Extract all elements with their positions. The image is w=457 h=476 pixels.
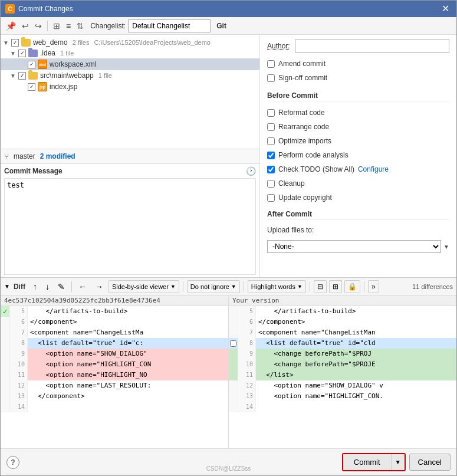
- left-linenum-11: 11: [10, 370, 28, 380]
- right-file-header: Your version: [229, 296, 456, 306]
- right-linenum-13: 13: [238, 391, 256, 402]
- changelist-dropdown[interactable]: Default Changelist: [128, 19, 211, 32]
- close-button[interactable]: ✕: [439, 3, 452, 15]
- item-name-idea: .idea: [40, 49, 55, 57]
- right-linecontent-5: </artifacts-to-build>: [256, 306, 456, 317]
- settings-btn-2[interactable]: ⊞: [329, 280, 342, 293]
- right-checkbox-6[interactable]: [229, 317, 238, 327]
- highlight-button[interactable]: Highlight words ▼: [248, 280, 306, 293]
- left-line-indicator: ✓ 5 </artifacts-to-build>: [1, 306, 228, 317]
- right-check-8-input[interactable]: [230, 340, 236, 347]
- scroll-up-button[interactable]: ↑: [30, 280, 40, 293]
- expand-button[interactable]: ≡: [64, 20, 73, 32]
- left-linenum-7: 7: [10, 327, 28, 338]
- undo-button[interactable]: ↩: [20, 20, 31, 32]
- right-checkbox-9[interactable]: [229, 349, 238, 359]
- settings-btn-1[interactable]: ⊟: [314, 280, 327, 293]
- left-line-8: 8 <list default="true" id="c:: [1, 338, 228, 349]
- rearrange-checkbox[interactable]: [267, 123, 275, 131]
- right-line-8: 8 <list default="true" id="cld: [229, 338, 456, 349]
- analyze-label: Perform code analysis: [278, 151, 348, 159]
- group-button[interactable]: ⊞: [51, 20, 62, 32]
- checkbox-workspace[interactable]: [28, 61, 35, 68]
- reformat-checkbox[interactable]: [267, 109, 275, 117]
- optimize-label: Optimize imports: [278, 137, 331, 145]
- right-checkbox-5[interactable]: [229, 306, 238, 317]
- diff-sep-5: [364, 281, 364, 292]
- dropdown-arrow: ▼: [443, 244, 449, 250]
- author-label: Author:: [267, 42, 290, 50]
- todo-label: Check TODO (Show All): [278, 165, 354, 173]
- author-row: Author:: [267, 40, 449, 52]
- right-checkbox-10[interactable]: [229, 359, 238, 370]
- tree-item-idea[interactable]: ▼ .idea 1 file: [1, 48, 259, 58]
- checkbox-src[interactable]: [18, 72, 26, 80]
- commit-dropdown-button[interactable]: ▼: [391, 454, 405, 470]
- left-linenum-5: 5: [10, 306, 28, 317]
- left-linenum-14: 14: [10, 402, 28, 412]
- commit-message-input[interactable]: test: [4, 178, 256, 275]
- right-checkbox-14[interactable]: [229, 402, 238, 412]
- copyright-checkbox[interactable]: [267, 194, 275, 202]
- bottom-right: Commit ▼ Cancel: [342, 453, 451, 471]
- next-diff-button[interactable]: →: [92, 280, 106, 293]
- branch-name: master: [14, 152, 35, 160]
- sort-button[interactable]: ⇅: [75, 20, 86, 32]
- right-checkbox-13[interactable]: [229, 391, 238, 402]
- left-linecontent-7: <component name="ChangeListMa: [28, 327, 228, 338]
- left-linenum-9: 9: [10, 349, 28, 359]
- edit-button[interactable]: ✎: [55, 280, 68, 293]
- configure-link[interactable]: Configure: [358, 165, 389, 173]
- scroll-down-button[interactable]: ↓: [42, 280, 52, 293]
- viewer-mode-button[interactable]: Side-by-side viewer ▼: [109, 280, 179, 293]
- left-gutter-8: [1, 338, 10, 349]
- help-button[interactable]: ?: [6, 456, 19, 469]
- right-checkbox-8[interactable]: [229, 338, 238, 349]
- right-checkbox-7[interactable]: [229, 327, 238, 338]
- expand-arrow-idea: ▼: [10, 50, 16, 57]
- optimize-row: Optimize imports: [267, 136, 449, 146]
- xml-file-icon: xml: [38, 60, 47, 69]
- left-linecontent-8: <list default="true" id="c:: [28, 338, 228, 349]
- author-input[interactable]: [295, 40, 449, 52]
- tree-item-web-demo[interactable]: ▼ web_demo 2 files C:\Users\15205\IdeaPr…: [1, 37, 259, 48]
- right-linenum-14: 14: [238, 402, 256, 412]
- checkbox-index[interactable]: [28, 83, 35, 91]
- tree-item-src[interactable]: ▼ src\main\webapp 1 file: [1, 70, 259, 81]
- left-linecontent-10: <option name="HIGHLIGHT_CON: [28, 359, 228, 370]
- right-checkbox-12[interactable]: [229, 380, 238, 391]
- redo-button[interactable]: ↪: [33, 20, 44, 32]
- left-gutter-14: [1, 402, 10, 412]
- checkbox-web-demo[interactable]: [11, 39, 19, 47]
- analyze-checkbox[interactable]: [267, 152, 275, 159]
- more-options-button[interactable]: »: [368, 280, 379, 293]
- ignore-mode-label: Do not ignore: [190, 283, 229, 290]
- checkbox-idea[interactable]: [18, 50, 26, 57]
- tree-item-workspace[interactable]: xml workspace.xml: [1, 58, 259, 70]
- cleanup-checkbox[interactable]: [267, 180, 275, 188]
- right-linenum-5: 5: [238, 306, 256, 317]
- branch-icon: ⑂: [4, 152, 9, 161]
- item-name-index: index.jsp: [50, 83, 77, 91]
- cancel-button[interactable]: Cancel: [409, 454, 451, 471]
- left-linenum-10: 10: [10, 359, 28, 370]
- todo-checkbox[interactable]: [267, 166, 275, 173]
- upload-select[interactable]: -None-: [267, 240, 441, 253]
- ignore-mode-button[interactable]: Do not ignore ▼: [187, 280, 240, 293]
- commit-button[interactable]: Commit: [343, 454, 391, 470]
- tree-item-index[interactable]: jsp index.jsp: [1, 81, 259, 93]
- left-line-9: 9 <option name="SHOW_DIALOG": [1, 349, 228, 359]
- prev-diff-button[interactable]: ←: [75, 280, 90, 293]
- amend-commit-checkbox[interactable]: [267, 60, 275, 68]
- highlight-chevron: ▼: [297, 284, 303, 290]
- commit-button-group: Commit ▼: [342, 453, 406, 471]
- viewer-mode-label: Side-by-side viewer: [112, 283, 169, 290]
- pin-button[interactable]: 📌: [4, 20, 18, 32]
- optimize-checkbox[interactable]: [267, 137, 275, 145]
- left-line-7: 7 <component name="ChangeListMa: [1, 327, 228, 338]
- right-checkbox-11[interactable]: [229, 370, 238, 380]
- signoff-commit-checkbox[interactable]: [267, 74, 275, 82]
- settings-btn-3[interactable]: 🔒: [344, 280, 360, 293]
- before-commit-header: Before Commit: [267, 91, 449, 101]
- rearrange-row: Rearrange code: [267, 122, 449, 132]
